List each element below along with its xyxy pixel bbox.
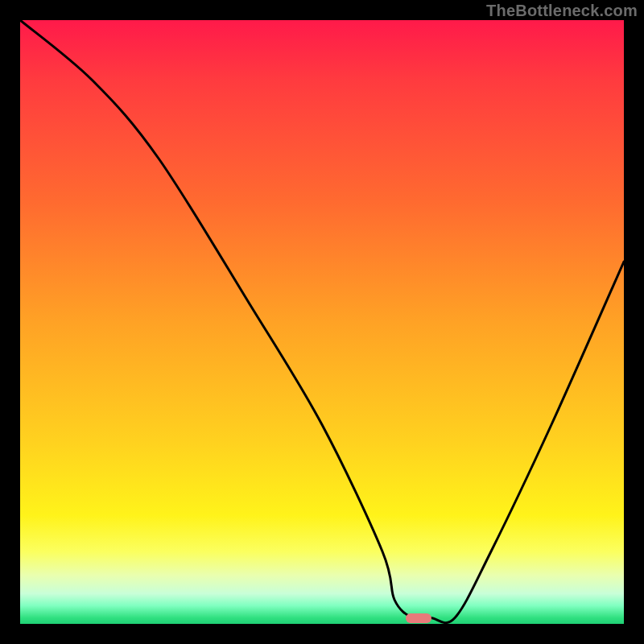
- optimal-marker: [406, 613, 431, 623]
- chart-frame: TheBottleneck.com: [0, 0, 644, 644]
- plot-area: [20, 20, 624, 624]
- bottleneck-curve: [20, 20, 624, 624]
- watermark-text: TheBottleneck.com: [486, 2, 638, 20]
